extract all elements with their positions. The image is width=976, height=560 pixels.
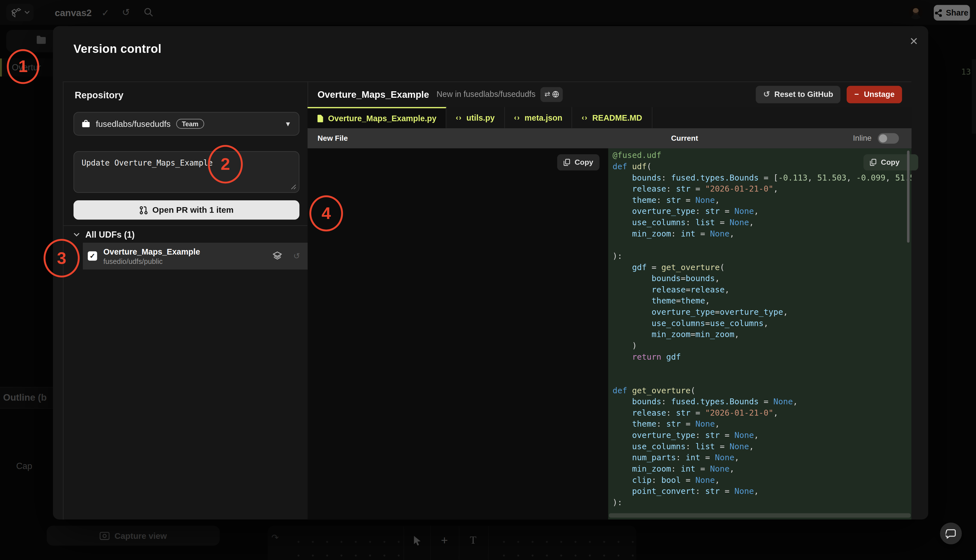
close-icon[interactable]: ✕: [907, 34, 921, 48]
open-pr-button[interactable]: Open PR with 1 item: [74, 200, 299, 220]
tab-overture-maps-example-py[interactable]: Overture_Maps_Example.py: [308, 107, 446, 128]
code-line: bounds=bounds,: [613, 273, 909, 285]
vertical-scrollbar[interactable]: [907, 151, 909, 243]
diff-header: Overture_Maps_Example New in fusedlabs/f…: [308, 82, 912, 107]
new-file-pane: @fused.udfdef udf( bounds: fused.types.B…: [608, 148, 911, 519]
code-line: num_parts: int = None,: [613, 452, 909, 463]
compare-chip[interactable]: ⇄: [541, 87, 563, 102]
right-column-label: Current: [671, 133, 698, 142]
tab-label: Overture_Maps_Example.py: [328, 113, 436, 123]
code-line: def get_overture(: [613, 385, 909, 397]
team-badge: Team: [176, 119, 204, 129]
code-line: overture_type: str = None,: [613, 206, 909, 217]
modal-title: Version control: [74, 42, 161, 56]
code-line: point_convert: str = None,: [613, 486, 909, 497]
minus-icon: −: [854, 90, 859, 98]
code-line: release: str = "2026-01-21-0",: [613, 407, 909, 419]
code-line: bounds: fused.types.Bounds = None,: [613, 397, 909, 408]
horizontal-scrollbar[interactable]: [609, 513, 911, 517]
code-line: release=release,: [613, 284, 909, 295]
copy-icon: [870, 158, 876, 166]
open-pr-label: Open PR with 1 item: [152, 205, 234, 215]
code-line: [613, 240, 909, 251]
chat-bubble-button[interactable]: [940, 523, 962, 545]
code-line: gdf = get_overture(: [613, 262, 909, 273]
code-line: theme: str = None,: [613, 195, 909, 206]
udf-path: fusedio/udfs/public: [103, 258, 200, 265]
commit-message-input[interactable]: Update Overture_Maps_Example: [74, 151, 299, 193]
annotation-circle-4: 4: [309, 195, 343, 232]
briefcase-icon: [82, 120, 90, 128]
code-line: overture_type: str = None,: [613, 430, 909, 441]
tab-label: utils.py: [466, 113, 495, 122]
all-udfs-label: All UDFs (1): [85, 230, 135, 239]
tab-label: meta.json: [525, 113, 562, 122]
app-root: canvas2 ✓ ↺ Share: [0, 0, 976, 560]
unstage-label: Unstage: [864, 90, 894, 98]
old-file-pane: Copy: [308, 148, 608, 519]
code-line: [613, 363, 909, 374]
history-icon: ↺: [293, 252, 300, 261]
code-line: release: str = "2026-01-21-0",: [613, 183, 909, 195]
annotation-circle-2: 2: [208, 145, 242, 183]
globe-icon: [552, 91, 559, 97]
diff-file-status: New in fusedlabs/fusedudfs: [436, 90, 535, 99]
code-line: ):: [613, 497, 909, 508]
code-line: theme: str = None,: [613, 419, 909, 430]
tab-meta-json[interactable]: ‹› meta.json: [505, 107, 572, 128]
copy-label: Copy: [881, 158, 900, 167]
file-tabs: Overture_Maps_Example.py ‹› utils.py ‹› …: [308, 107, 912, 128]
code-icon: ‹›: [582, 113, 588, 122]
resize-handle[interactable]: [291, 184, 296, 190]
file-icon: [317, 114, 324, 122]
dropdown-caret-icon: ▼: [284, 120, 291, 127]
code-line: clip: bool = None,: [613, 475, 909, 486]
chevron-down-icon: [74, 232, 80, 237]
code-line: return gdf: [613, 352, 909, 363]
all-udfs-toggle[interactable]: All UDFs (1): [74, 230, 135, 239]
reset-label: Reset to GitHub: [774, 90, 833, 98]
copy-button-new[interactable]: Copy: [864, 154, 918, 170]
annotation-circle-3: 3: [43, 239, 80, 277]
code-line: ): [613, 340, 909, 352]
repository-name: fusedlabs/fusedudfs: [96, 119, 170, 128]
udf-checkbox[interactable]: ✓: [88, 252, 97, 261]
tab-readme-md[interactable]: ‹› README.MD: [572, 107, 652, 128]
code-line: min_zoom: int = None,: [613, 228, 909, 240]
code-line: use_columns: list = None,: [613, 217, 909, 228]
copy-label: Copy: [575, 158, 593, 167]
udf-item-icons: ↺: [273, 252, 300, 261]
diff-file-title: Overture_Maps_Example: [318, 89, 429, 100]
udf-list-item[interactable]: ✓ Overture_Maps_Example fusedio/udfs/pub…: [83, 243, 308, 270]
code-line: use_columns: list = None,: [613, 441, 909, 452]
tab-label: README.MD: [592, 113, 642, 122]
inline-toggle[interactable]: [878, 133, 899, 143]
code-line: use_columns=use_columns,: [613, 318, 909, 329]
code-block: @fused.udfdef udf( bounds: fused.types.B…: [613, 150, 909, 508]
layers-icon: [273, 252, 282, 261]
unstage-button[interactable]: − Unstage: [847, 86, 902, 103]
copy-icon: [563, 158, 570, 166]
swap-arrows-icon: ⇄: [545, 90, 550, 98]
reset-to-github-button[interactable]: ↺ Reset to GitHub: [756, 86, 841, 103]
udf-item-texts: Overture_Maps_Example fusedio/udfs/publi…: [103, 247, 200, 265]
toggle-knob: [879, 134, 887, 142]
repository-select[interactable]: fusedlabs/fusedudfs Team ▼: [74, 112, 299, 136]
repository-label: Repository: [75, 90, 124, 100]
code-line: min_zoom=min_zoom,: [613, 329, 909, 340]
left-panel-border: [63, 82, 64, 519]
code-line: [613, 374, 909, 385]
code-icon: ‹›: [456, 113, 462, 122]
annotation-circle-1: 1: [7, 49, 39, 84]
code-line: theme=theme,: [613, 295, 909, 307]
pull-request-icon: [139, 206, 147, 215]
code-line: ):: [613, 251, 909, 262]
udfs-separator: [63, 225, 308, 226]
code-line: overture_type=overture_type,: [613, 307, 909, 318]
code-line: bounds: fused.types.Bounds = [-0.113, 51…: [613, 172, 909, 183]
inline-toggle-group: Inline: [853, 133, 899, 143]
code-icon: ‹›: [514, 113, 520, 122]
udf-name: Overture_Maps_Example: [103, 247, 200, 256]
copy-button-old[interactable]: Copy: [557, 154, 600, 170]
tab-utils-py[interactable]: ‹› utils.py: [446, 107, 505, 128]
